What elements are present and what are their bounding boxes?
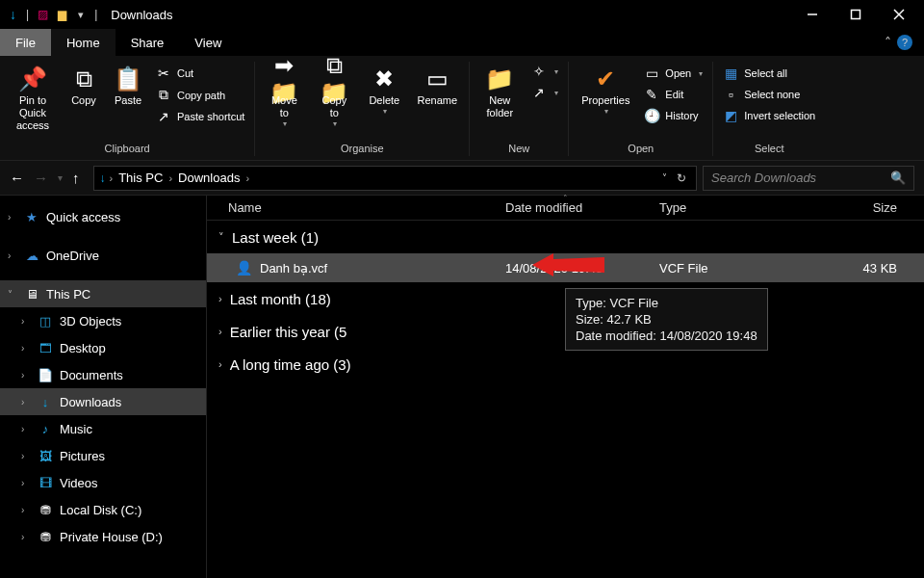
tab-row: File Home Share View ˄ ? [0,29,924,56]
ribbon-group-clipboard: 📌 Pin to Quick access ⧉ Copy 📋 Paste ✂Cu… [0,62,255,156]
path-down-arrow-icon: ↓ [100,171,106,185]
file-tooltip: Type: VCF File Size: 42.7 KB Date modifi… [565,288,768,351]
open-icon: ▭ [644,66,659,81]
tree-videos[interactable]: ›🎞Videos [0,469,206,496]
select-all-button[interactable]: ▦Select all [719,64,819,83]
contact-icon: 👤 [236,260,252,276]
column-date[interactable]: Date modified [505,200,659,215]
path-separator: › [244,172,251,184]
tree-pictures[interactable]: ›🖼Pictures [0,442,206,469]
qat-dropdown-icon[interactable]: ▾ [74,8,88,21]
chevron-right-icon: › [8,212,17,223]
move-to-button[interactable]: ➡📁 Move to ▾ [261,62,307,132]
chevron-down-icon: ˅ [218,231,224,244]
select-none-button[interactable]: ▫Select none [719,85,819,104]
easy-access-button[interactable]: ↗▾ [527,83,562,102]
desktop-icon: 🗔 [37,341,54,355]
chevron-right-icon: › [21,316,31,327]
tree-onedrive[interactable]: ›☁OneDrive [0,242,206,269]
history-button[interactable]: 🕘History [640,106,706,125]
copy-button[interactable]: ⧉ Copy [64,62,104,111]
pin-quick-access-button[interactable]: 📌 Pin to Quick access [6,62,60,136]
tree-3d-objects[interactable]: ›◫3D Objects [0,307,206,334]
nav-recent-dropdown[interactable]: ▾ [58,172,63,183]
path-dropdown-icon[interactable]: ˅ [662,172,667,183]
search-icon: 🔍 [890,171,906,185]
pin-icon: 📌 [18,66,47,92]
chevron-right-icon: › [218,326,222,337]
tree-desktop[interactable]: ›🗔Desktop [0,334,206,361]
path-separator: › [167,172,174,184]
copy-to-button[interactable]: ⧉📁 Copy to ▾ [311,62,357,132]
nav-forward-button[interactable]: → [34,170,48,186]
star-icon: ★ [23,210,40,224]
copy-path-icon: ⧉ [156,87,171,103]
tree-documents[interactable]: ›📄Documents [0,361,206,388]
tree-local-disk[interactable]: ›⛃Local Disk (C:) [0,496,206,523]
ribbon-collapse-icon[interactable]: ˄ [885,35,891,50]
tab-home[interactable]: Home [51,29,116,56]
group-long-ago[interactable]: ›A long time ago (3) [207,348,924,381]
path-box[interactable]: ↓ › This PC › Downloads › ˅ ↻ [93,166,698,191]
videos-icon: 🎞 [37,476,54,490]
tree-downloads[interactable]: ›↓Downloads [0,388,206,415]
app-down-arrow-icon: ↓ [10,7,16,22]
qat-folder-icon[interactable]: ▆ [55,8,68,21]
qat-properties-icon[interactable]: ▨ [36,8,49,21]
music-icon: ♪ [37,422,54,436]
invert-selection-button[interactable]: ◩Invert selection [719,106,819,125]
column-name[interactable]: Name [207,200,505,215]
delete-button[interactable]: ✖ Delete ▾ [361,62,407,119]
folder-icon: 📁 [485,66,514,92]
close-button[interactable] [877,0,920,29]
tab-file[interactable]: File [0,29,51,56]
tree-this-pc[interactable]: ˅🖥This PC [0,280,206,307]
edit-button[interactable]: ✎Edit [640,85,706,104]
chevron-down-icon: ˅ [8,289,17,300]
copy-path-button[interactable]: ⧉Copy path [152,85,248,105]
documents-icon: 📄 [37,368,54,382]
rename-button[interactable]: ▭ Rename [411,62,463,111]
nav-back-button[interactable]: ← [10,170,24,186]
chevron-right-icon: › [21,532,31,542]
column-size[interactable]: Size [794,200,924,215]
chevron-right-icon: › [21,451,31,461]
new-folder-button[interactable]: 📁 New folder [475,62,524,123]
chevron-right-icon: › [21,478,31,488]
path-seg-this-pc[interactable]: This PC [115,171,167,185]
open-button[interactable]: ▭Open▾ [640,64,706,83]
file-name: Danh bạ.vcf [260,261,327,276]
paste-shortcut-button[interactable]: ↗Paste shortcut [152,107,248,126]
monitor-icon: 🖥 [23,287,40,302]
search-placeholder: Search Downloads [711,171,816,185]
move-to-icon: ➡📁 [263,66,305,92]
cut-button[interactable]: ✂Cut [152,64,248,83]
refresh-icon[interactable]: ↻ [677,171,686,185]
path-seg-downloads[interactable]: Downloads [174,171,244,185]
new-item-button[interactable]: ✧▾ [527,62,562,81]
tab-view[interactable]: View [179,29,237,56]
help-icon[interactable]: ? [897,35,912,50]
minimize-button[interactable] [790,0,834,29]
search-input[interactable]: Search Downloads 🔍 [703,166,914,191]
copy-to-icon: ⧉📁 [313,66,355,92]
properties-button[interactable]: ✔ Properties ▾ [575,62,636,119]
rename-icon: ▭ [426,66,449,92]
chevron-right-icon: › [8,250,17,261]
column-header[interactable]: ˄ Name Date modified Type Size [207,196,924,221]
shortcut-icon: ↗ [156,109,171,124]
maximize-button[interactable] [834,0,877,29]
group-last-week[interactable]: ˅Last week (1) [207,221,924,253]
file-row[interactable]: 👤Danh bạ.vcf 14/08/2020 19:48 VCF File 4… [207,253,924,282]
nav-up-button[interactable]: ↑ [72,170,80,186]
chevron-down-icon: ▾ [383,107,387,116]
tab-share[interactable]: Share [116,29,180,56]
tree-quick-access[interactable]: ›★Quick access [0,203,206,230]
title-separator-2: | [94,8,97,21]
chevron-right-icon: › [21,505,31,515]
paste-button[interactable]: 📋 Paste [108,62,148,111]
tree-music[interactable]: ›♪Music [0,415,206,442]
tree-private-house[interactable]: ›⛃Private House (D:) [0,523,206,550]
column-type[interactable]: Type [659,200,794,215]
path-separator: › [108,172,116,184]
